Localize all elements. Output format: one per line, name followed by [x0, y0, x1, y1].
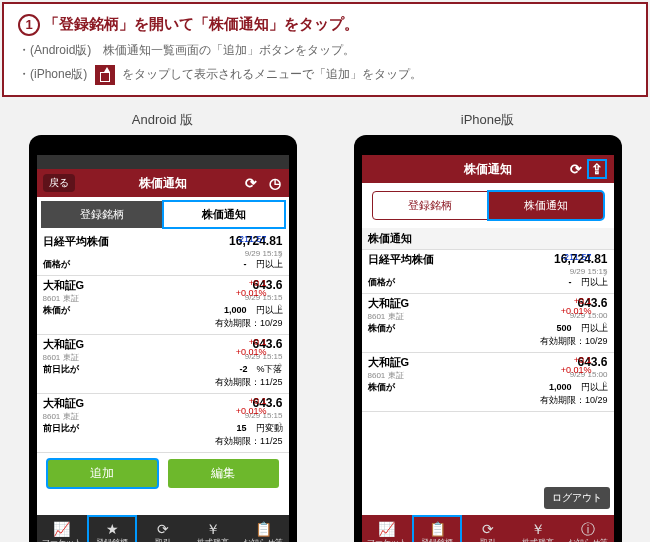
android-button-row: 追加 編集 [47, 459, 279, 488]
tabbar-trade[interactable]: ⟳取引 [462, 515, 512, 542]
tabbar-registered[interactable]: ★登録銘柄 [87, 515, 137, 542]
step-number: 1 [18, 14, 40, 36]
tabbar-market[interactable]: 📈マーケット [362, 515, 412, 542]
list-row[interactable]: 大和証G643.68601 東証9/29 15:00株価が1,000 円以上有効… [362, 353, 614, 412]
yen-icon: ￥ [531, 522, 545, 536]
instruction-android: ・(Android版) 株価通知一覧画面の「追加」ボタンをタップ。 [18, 42, 632, 59]
list-row[interactable]: 大和証G643.68601 東証9/29 15:15株価が1,000 円以上有効… [37, 276, 289, 335]
star-icon: ★ [106, 522, 119, 536]
clipboard-icon: 📋 [429, 522, 446, 536]
android-tabbar: 📈マーケット ★登録銘柄 ⟳取引 ￥株式残高 📋お知らせ等 [37, 515, 289, 542]
chart-icon: 📈 [53, 522, 70, 536]
list-row[interactable]: 大和証G643.68601 東証9/29 15:15前日比が15 円変動有効期限… [37, 394, 289, 453]
share-icon [95, 65, 115, 85]
refresh-icon[interactable]: ⟳ [245, 175, 257, 191]
tab-registered[interactable]: 登録銘柄 [372, 191, 488, 220]
android-tabs: 登録銘柄 株価通知 [41, 201, 285, 228]
edit-button[interactable]: 編集 [168, 459, 279, 488]
list-row[interactable]: 日経平均株価16,724.819/29 15:15価格が- 円以上-211.57… [362, 250, 614, 294]
section-title: 株価通知 [362, 228, 614, 250]
add-button[interactable]: 追加 [47, 459, 158, 488]
iphone-tabbar: 📈マーケット 📋登録銘柄 ⟳取引 ￥株式残高 ⓘお知らせ等 [362, 515, 614, 542]
tabbar-notice[interactable]: 📋お知らせ等 [238, 515, 288, 542]
chart-icon: 📈 [378, 522, 395, 536]
list-row[interactable]: 日経平均株価16,724.819/29 15:15価格が- 円以上-211.57… [37, 232, 289, 276]
tab-notice[interactable]: 株価通知 [488, 191, 604, 220]
tabbar-notice[interactable]: ⓘお知らせ等 [563, 515, 613, 542]
iphone-phone: 株価通知 ⟳ ⇪ 登録銘柄 株価通知 株価通知 日経平均株価16,724.819… [354, 135, 622, 542]
clock-icon[interactable]: ◷ [269, 175, 281, 191]
instruction-box: 1「登録銘柄」を開いて「株価通知」をタップ。 ・(Android版) 株価通知一… [2, 2, 648, 97]
instruction-main: 1「登録銘柄」を開いて「株価通知」をタップ。 [18, 14, 632, 36]
instruction-iphone-a: ・(iPhone版) [18, 67, 87, 81]
iphone-list: 日経平均株価16,724.819/29 15:15価格が- 円以上-211.57… [362, 250, 614, 412]
caption-iphone: iPhone版 [461, 111, 514, 129]
tabbar-market[interactable]: 📈マーケット [37, 515, 87, 542]
android-statusbar [37, 155, 289, 169]
iphone-header: 株価通知 ⟳ ⇪ [362, 155, 614, 183]
refresh-icon: ⟳ [482, 522, 494, 536]
tabbar-trade[interactable]: ⟳取引 [137, 515, 187, 542]
list-row[interactable]: 大和証G643.68601 東証9/29 15:00株価が500 円以上有効期限… [362, 294, 614, 353]
logout-button[interactable]: ログアウト [544, 487, 610, 509]
android-phone: 戻る 株価通知 ⟳ ◷ 登録銘柄 株価通知 日経平均株価16,724.819/2… [29, 135, 297, 542]
clipboard-icon: 📋 [255, 522, 272, 536]
refresh-icon[interactable]: ⟳ [570, 161, 582, 177]
header-title: 株価通知 [139, 175, 187, 192]
list-row[interactable]: 大和証G643.68601 東証9/29 15:15前日比が-2 %下落有効期限… [37, 335, 289, 394]
tabbar-registered[interactable]: 📋登録銘柄 [412, 515, 462, 542]
yen-icon: ￥ [206, 522, 220, 536]
android-header: 戻る 株価通知 ⟳ ◷ [37, 169, 289, 197]
iphone-tabs: 登録銘柄 株価通知 [366, 187, 610, 224]
share-icon[interactable]: ⇪ [588, 160, 606, 178]
instruction-iphone-b: をタップして表示されるメニューで「追加」をタップ。 [122, 67, 422, 81]
tabbar-balance[interactable]: ￥株式残高 [513, 515, 563, 542]
back-button[interactable]: 戻る [43, 174, 75, 192]
tab-notice[interactable]: 株価通知 [163, 201, 285, 228]
tab-registered[interactable]: 登録銘柄 [41, 201, 163, 228]
instruction-iphone: ・(iPhone版) をタップして表示されるメニューで「追加」をタップ。 [18, 65, 632, 85]
tabbar-balance[interactable]: ￥株式残高 [188, 515, 238, 542]
instruction-main-text: 「登録銘柄」を開いて「株価通知」をタップ。 [44, 15, 359, 32]
header-title: 株価通知 [464, 161, 512, 178]
caption-android: Android 版 [132, 111, 193, 129]
info-icon: ⓘ [581, 522, 595, 536]
refresh-icon: ⟳ [157, 522, 169, 536]
android-list: 日経平均株価16,724.819/29 15:15価格が- 円以上-211.57… [37, 232, 289, 453]
